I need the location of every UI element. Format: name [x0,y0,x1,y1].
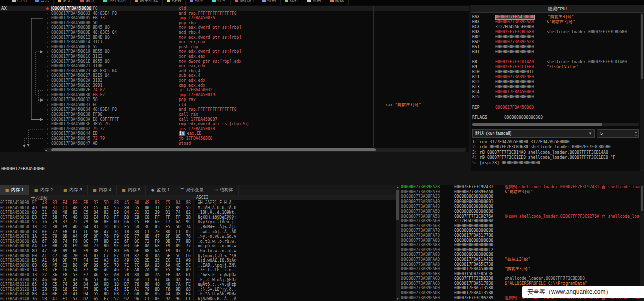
register-value[interactable]: 0000000000000000 [495,95,534,100]
disasm-row[interactable]: 0000017FBA45000348:83E4 F0and rsp,FFFFFF… [0,11,469,16]
hex-byte[interactable]: 5E [122,287,132,292]
instruction-dot[interactable] [47,94,48,96]
hex-byte[interactable]: 79 [50,220,60,225]
breakpoint-gutter[interactable] [44,21,51,26]
disasm-row[interactable]: 0000017FBA45003F3B55 76cmp edx,dword ptr… [0,122,469,127]
hex-byte[interactable]: 88 [142,282,152,287]
hex-byte[interactable]: 8D [132,230,142,235]
breakpoint-gutter[interactable] [44,25,51,30]
register-value[interactable]: 3127ED42A65F0000 [495,25,534,30]
hex-byte[interactable]: 77 [173,239,183,244]
stack-value[interactable]: 0000000000000000 [452,224,505,229]
dump-row[interactable]: 017FBA450120153B7D1653F78E4C455EA1798DF6… [0,287,396,292]
hex-byte[interactable]: 2A [60,292,70,297]
hex-byte[interactable]: 47 [39,249,49,254]
stack-value[interactable]: 0000000000000000 [452,238,505,243]
hex-byte[interactable]: 9F [111,244,121,249]
hex-byte[interactable]: 8D [163,230,173,235]
hex-byte[interactable]: 04 [101,206,111,211]
hex-byte[interactable]: DA [173,278,183,283]
hex-byte[interactable]: 77 [101,249,111,254]
hex-byte[interactable]: DA [173,273,183,278]
hex-byte[interactable]: F9 [163,249,173,254]
instruction-dot[interactable] [47,99,48,101]
register-value[interactable]: 000000773AB9FAA0 [495,20,534,25]
hex-byte[interactable]: A7 [152,278,163,283]
hex-byte[interactable]: F9 [80,249,91,254]
hex-byte[interactable]: 3A [91,282,101,287]
hex-byte[interactable]: 65 [91,297,101,301]
hex-byte[interactable]: 8E [101,220,111,225]
stack-row[interactable]: 000000773AB9FA800000000000000000 [400,238,644,243]
argument-line[interactable]: 2: rdx 00007FF7F3CBD680 shellcode_loader… [472,145,644,150]
stack-row[interactable]: 000000773AB9FAA00000017FBA51A420"薅菥庄3]蜍" [400,257,644,262]
instruction-dot[interactable] [47,51,48,53]
instruction-dot[interactable] [47,114,48,115]
hex-byte[interactable]: D0 [50,210,60,215]
stack-value[interactable]: 0000000000000000 [452,204,505,209]
register-value[interactable]: 0000017FBA450000 [495,15,535,20]
hex-byte[interactable]: 8B [29,292,39,297]
stack-value[interactable]: 0000017FBA65C738 [452,262,505,267]
hex-byte[interactable]: 64 [50,258,60,263]
dump-row[interactable]: 017FBA4500C0D5A1640F77F4C2A38349D22E35EC… [0,258,396,263]
hex-byte[interactable]: 11 [142,278,152,283]
registers-horizontal-scrollbar[interactable] [472,123,639,126]
register-value[interactable]: 0000000000000000 [495,85,534,90]
hex-byte[interactable]: 07 [91,254,101,259]
register-value[interactable]: 0000017FBA450000 [495,90,534,95]
hex-byte[interactable]: A4 [29,244,39,249]
breakpoint-gutter[interactable] [44,122,51,127]
hex-byte[interactable]: 5C [183,263,193,268]
hex-byte[interactable]: 09 [173,244,183,249]
hex-byte[interactable]: 70 [60,244,70,249]
hex-byte[interactable]: C5 [50,282,60,287]
breakpoint-gutter[interactable] [44,40,51,45]
hex-byte[interactable]: F6 [163,287,173,292]
register-row[interactable]: RIP0000017FBA450000 [471,105,644,110]
hex-byte[interactable]: F5 [163,268,173,273]
hex-byte[interactable]: 09 [183,268,193,273]
scrollbar-thumb[interactable] [472,123,602,126]
instruction-dot[interactable] [47,85,48,86]
hex-byte[interactable]: 03 [152,263,163,268]
view-tab-线程[interactable]: 线程 [281,0,303,5]
stack-value[interactable]: 0000000000000001 [452,199,505,205]
hex-byte[interactable]: 74 [183,225,193,230]
register-row[interactable]: RCX3127ED42A65F0000 [471,25,644,30]
hex-byte[interactable]: D2 [132,258,142,263]
instruction-dot[interactable] [47,119,48,120]
register-row[interactable]: R900007FF7F3CC1EE0"FlsGetValue" [471,65,644,70]
view-tab-日志[interactable]: 日志 [31,0,54,5]
register-row[interactable]: R130000000000000000 [471,85,644,90]
hex-byte[interactable]: 8F [91,268,101,273]
register-row[interactable]: R150000000000000000 [471,95,644,100]
hex-byte[interactable]: 76 [39,220,49,225]
argument-count-spinner[interactable]: 5 ▲▼ [597,129,639,138]
disasm-row[interactable]: 0000017FBA450047ABstosd [0,141,469,146]
hex-byte[interactable]: 0F [50,278,60,283]
hex-byte[interactable]: 5C [173,254,183,259]
hex-byte[interactable]: 8B [122,206,132,211]
stack-row[interactable]: 000000773AB9FA980000000000000000 [400,252,644,257]
register-row[interactable]: RDX00007FF7F3CBD680shellcode_loader.0000… [471,30,644,35]
stack-row[interactable]: 000000773AB9FA880000000000000000 [400,243,644,248]
hex-byte[interactable]: 8C [152,268,163,273]
register-value[interactable]: 0000000000000000 [495,45,534,50]
view-tab-跟踪[interactable]: 跟踪 [326,0,349,5]
stack-value[interactable]: 0000000000000012 [452,248,505,253]
hex-byte[interactable]: 31 [39,210,49,215]
dump-row[interactable]: 017FBA450000FC4883E4F0EB335D8B45004883C5… [0,200,396,206]
register-row[interactable]: R100000000000000011 [471,70,644,75]
tab-内存 3[interactable]: ▦内存 3 [58,185,88,195]
register-row[interactable]: RAX0000017FBA450000"薅菥庄3]蜍" [471,15,644,20]
hex-byte[interactable]: 8E [91,287,101,292]
hex-byte[interactable]: 9F [80,263,91,268]
hex-byte[interactable]: 2E [111,239,121,244]
hex-byte[interactable]: 53 [70,287,80,292]
hex-byte[interactable]: 55 [183,206,193,211]
stack-value[interactable]: 00007FF7F3CBD3D8 [452,276,505,281]
hex-byte[interactable]: 87 [132,254,142,259]
hex-byte[interactable]: C1 [183,297,193,301]
hex-byte[interactable]: D8 [173,292,183,297]
